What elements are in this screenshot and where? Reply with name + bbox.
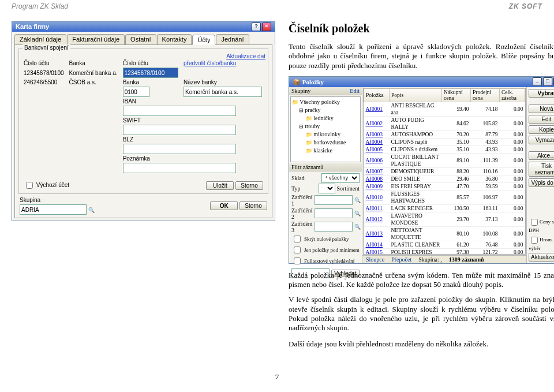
- ceny-checkbox[interactable]: [531, 219, 538, 226]
- poznamka-input[interactable]: [123, 163, 236, 173]
- ok-button[interactable]: OK: [210, 201, 238, 210]
- items-grid[interactable]: PoložkaPopisNákupní cenaProdejní cenaCel…: [364, 88, 525, 255]
- lbl-nazev: Název banky: [181, 79, 265, 86]
- table-row[interactable]: AJ0010FLUSSIGES HARTWACHS85.57106.970.00: [364, 190, 525, 204]
- tree-node[interactable]: pračky: [292, 106, 359, 114]
- tab-faktura-n-daje[interactable]: Fakturační údaje: [67, 34, 125, 44]
- group-tree[interactable]: Všechny položkypračkyledničkytroubymikro…: [290, 96, 361, 162]
- full-checkbox[interactable]: [294, 257, 301, 264]
- f-sklad: Sklad: [291, 175, 320, 181]
- max-icon[interactable]: □: [543, 77, 552, 86]
- table-row[interactable]: AJ0004CLIPONS náplň35.1043.930.00: [364, 138, 525, 145]
- tree-node[interactable]: mikrovlnky: [292, 130, 359, 139]
- grid-col-header[interactable]: Nákupní cena: [442, 88, 471, 102]
- help-icon[interactable]: ?: [252, 23, 261, 31]
- grid-col-header[interactable]: Prodejní cena: [471, 88, 500, 102]
- skupiny-edit-link[interactable]: Edit: [350, 88, 360, 94]
- tab-jedn-n-[interactable]: Jednání: [216, 34, 249, 44]
- grid-col-header[interactable]: Položka: [364, 88, 390, 102]
- para1: Tento číselník slouží k pořízení a úprav…: [289, 42, 554, 70]
- vypis-button[interactable]: Výpis do TF: [529, 178, 554, 187]
- blz-input[interactable]: [123, 144, 236, 154]
- tab-ostatn-[interactable]: Ostatní: [125, 34, 156, 44]
- tree-node[interactable]: trouby: [292, 122, 359, 130]
- z1-input[interactable]: [315, 195, 353, 205]
- nova-button[interactable]: Nová: [529, 104, 554, 113]
- prepocet-link[interactable]: Přepočet: [391, 256, 411, 263]
- close-icon[interactable]: ×: [262, 23, 271, 31]
- skupina-input[interactable]: [20, 204, 87, 215]
- vychozi-checkbox[interactable]: [26, 182, 33, 189]
- z1-lookup-icon[interactable]: [354, 197, 361, 203]
- tree-node[interactable]: klasicke: [292, 147, 359, 155]
- table-row[interactable]: AJ0006COCPIT BRILLANT PLASTIQUE89.10111.…: [364, 153, 525, 167]
- table-row[interactable]: AJ0014PLASTIC CLEANER61.2076.480.00: [364, 241, 525, 248]
- para3: V levé spodní části dialogu je pole pro …: [289, 295, 554, 333]
- skryt-checkbox[interactable]: [294, 236, 301, 242]
- storno-button[interactable]: Storno: [239, 201, 267, 210]
- skryt-label: Skrýt nulové položky: [304, 236, 349, 242]
- predvolit-link[interactable]: předvolit číslo/banku: [184, 60, 236, 66]
- kopie-button[interactable]: Kopie: [529, 125, 554, 134]
- vybrat-button[interactable]: Vybrat: [529, 89, 554, 98]
- aktual-button[interactable]: Aktualizovat: [529, 253, 554, 262]
- aktualizace-link[interactable]: Aktualizace dat: [226, 53, 265, 59]
- table-row[interactable]: AJ0001ANTI BESCHLAG aaa59.4074.180.00: [364, 102, 525, 116]
- table-row[interactable]: AJ0012LAVAVETRO MONDOSE29.7037.130.00: [364, 212, 525, 226]
- table-row[interactable]: AJ0003AUTOSHAMPOO70.2087.790.00: [364, 130, 525, 138]
- tree-node[interactable]: Všechny položky: [292, 98, 359, 106]
- tab-z-kladn-daje[interactable]: Základní údaje: [14, 34, 66, 44]
- typ-select[interactable]: [319, 184, 335, 193]
- f-sort: Sortiment: [337, 185, 360, 192]
- banka-nazev-input[interactable]: [184, 87, 262, 97]
- filtr-title: Filtr záznamů: [291, 164, 323, 170]
- karta-firmy-window: Karta firmy ? × Základní údajeFakturační…: [12, 21, 275, 221]
- action-buttons: Vybrat Nová Edit Kopie Vymazat Akce… Tis…: [526, 87, 554, 263]
- z3-input[interactable]: [315, 222, 353, 232]
- table-row[interactable]: AJ0013NETTOJANT MOQUETTE80.10100.080.00: [364, 226, 525, 241]
- lookup-icon[interactable]: [88, 207, 95, 213]
- f-z3: Zatřídění 3: [291, 221, 313, 233]
- min-icon[interactable]: _: [533, 77, 542, 86]
- grid-col-header[interactable]: Celk. zásoba: [500, 88, 525, 102]
- banka-code-input[interactable]: [123, 87, 149, 97]
- section-heading: Číselník položek: [289, 22, 554, 35]
- table-row[interactable]: AJ0015POLISH EXPRES97.38121.720.00: [364, 248, 525, 255]
- grid-area: PoložkaPopisNákupní cenaProdejní cenaCel…: [362, 87, 526, 263]
- vychozi-label: Výchozí účet: [36, 182, 69, 188]
- para2: Každá položka je jednoznačně určena svým…: [289, 271, 554, 290]
- f-typ: Typ: [291, 185, 317, 192]
- table-row[interactable]: AJ0007DEMOSTIQUEUR88.20110.160.00: [364, 167, 525, 175]
- hrom-checkbox[interactable]: [531, 237, 538, 244]
- skupiny-label: Skupiny: [291, 88, 310, 94]
- vymazat-button[interactable]: Vymazat: [529, 136, 554, 144]
- sloupce-link[interactable]: Sloupce: [366, 256, 384, 263]
- akce-button[interactable]: Akce…: [529, 151, 554, 160]
- table-row[interactable]: AJ0009EIS FREI SPRAY47.7059.590.00: [364, 182, 525, 190]
- edit-button[interactable]: Edit: [529, 115, 554, 124]
- table-row[interactable]: AJ0008DEO SMILE29.4636.800.00: [364, 175, 525, 182]
- jen-checkbox[interactable]: [294, 247, 301, 253]
- z3-lookup-icon[interactable]: [354, 223, 361, 230]
- table-row[interactable]: AJ0002AUTO PUDIG RALLY84.62105.820.00: [364, 116, 525, 130]
- brand: ZK SOFT: [509, 2, 542, 10]
- storno-inner-button[interactable]: Storno: [235, 181, 263, 190]
- swift-input[interactable]: [123, 125, 236, 135]
- ulozit-button[interactable]: Uložit: [206, 181, 234, 190]
- tree-node[interactable]: horkovzdusne: [292, 139, 359, 147]
- grid-col-header[interactable]: Popis: [390, 88, 442, 102]
- table-row[interactable]: AJ0005CLIPONS s držákem35.1043.930.00: [364, 145, 525, 153]
- tree-node[interactable]: ledničky: [292, 114, 359, 122]
- cislo-input[interactable]: [123, 68, 178, 78]
- row1-cislo: 246246/5500: [21, 79, 67, 86]
- iban-input[interactable]: [123, 106, 236, 116]
- row0-cislo: 12345678/0100: [21, 67, 67, 79]
- row1-banka: ČSOB a.s.: [67, 79, 121, 86]
- tab-kontakty[interactable]: Kontakty: [157, 34, 192, 44]
- table-row[interactable]: AJ0011LACK REINIGER130.50163.110.00: [364, 204, 525, 212]
- sklad-select[interactable]: * všechny sklady *: [321, 173, 360, 183]
- tisk-button[interactable]: Tisk seznamu: [529, 162, 554, 177]
- tab--ty[interactable]: Účty: [192, 35, 215, 45]
- z2-lookup-icon[interactable]: [354, 210, 361, 216]
- z2-input[interactable]: [315, 208, 353, 218]
